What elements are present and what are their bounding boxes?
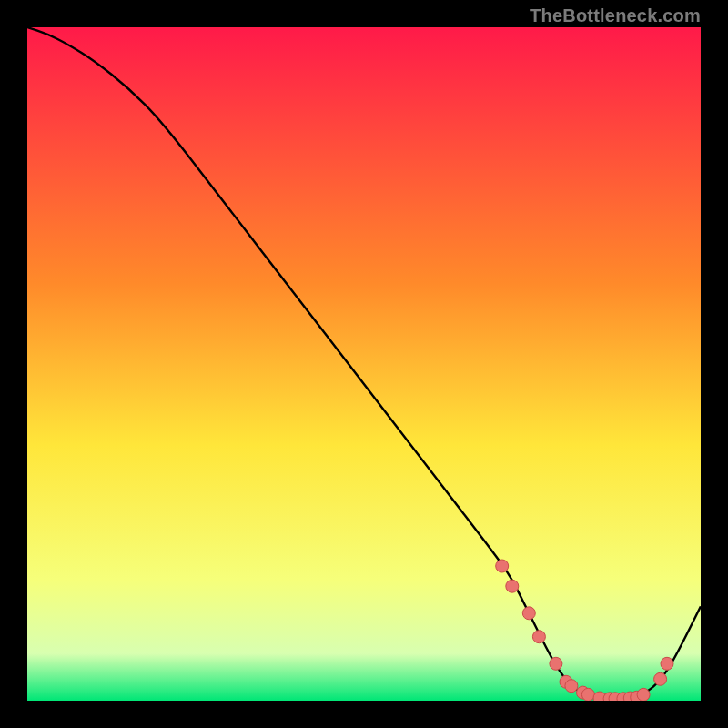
chart-stage: TheBottleneck.com: [0, 0, 728, 728]
curve-marker: [496, 560, 509, 572]
curve-marker: [550, 657, 562, 670]
curve-marker: [581, 688, 594, 701]
curve-marker: [565, 680, 578, 693]
gradient-background: [27, 27, 701, 701]
curve-marker: [654, 672, 667, 685]
attribution-label: TheBottleneck.com: [530, 5, 701, 26]
curve-marker: [661, 657, 673, 670]
curve-marker: [522, 607, 535, 620]
curve-marker: [532, 631, 545, 643]
curve-marker: [506, 580, 519, 592]
curve-marker: [637, 688, 650, 701]
bottleneck-curve-chart: [27, 27, 701, 701]
plot-area: [27, 27, 701, 701]
